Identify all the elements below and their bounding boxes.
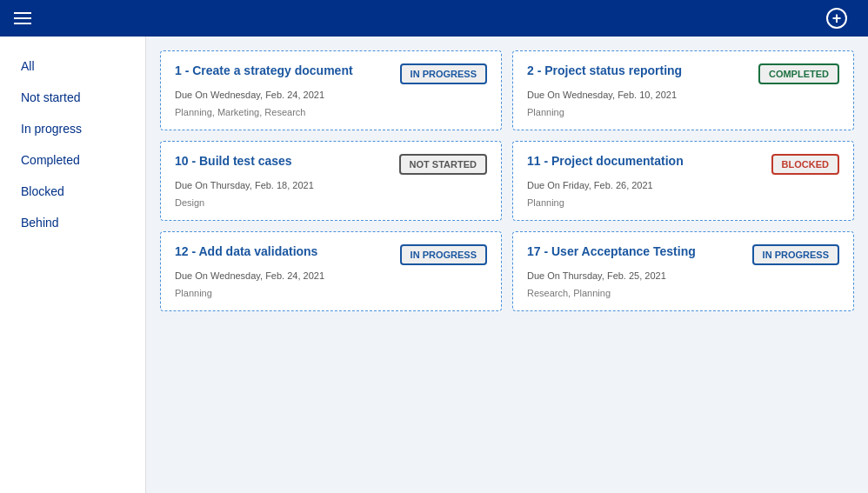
work-item-card: 11 - Project documentation BLOCKED Due O… [512, 141, 854, 221]
card-title: 1 - Create a strategy document [175, 63, 390, 77]
card-due-date: Due On Thursday, Feb. 25, 2021 [527, 270, 839, 281]
content-area: 1 - Create a strategy document IN PROGRE… [146, 37, 868, 493]
card-due-date: Due On Wednesday, Feb. 24, 2021 [175, 90, 487, 100]
work-item-card: 17 - User Acceptance Testing IN PROGRESS… [512, 231, 854, 311]
card-tags: Planning [175, 288, 487, 298]
card-top: 10 - Build test cases NOT STARTED [175, 154, 487, 175]
work-item-card: 12 - Add data validations IN PROGRESS Du… [160, 231, 502, 311]
sidebar-item-not-started[interactable]: Not started [0, 82, 145, 113]
sidebar-item-in-progress[interactable]: In progress [0, 113, 145, 144]
plus-icon: + [826, 8, 847, 29]
card-title: 12 - Add data validations [175, 244, 390, 258]
card-tags: Planning [527, 197, 839, 208]
main-layout: AllNot startedIn progressCompletedBlocke… [0, 37, 868, 493]
card-tags: Planning, Marketing, Research [175, 107, 487, 117]
card-due-date: Due On Thursday, Feb. 18, 2021 [175, 180, 487, 190]
sidebar-item-blocked[interactable]: Blocked [0, 176, 145, 207]
card-title: 11 - Project documentation [527, 154, 761, 168]
sidebar-item-behind[interactable]: Behind [0, 207, 145, 238]
work-item-card: 1 - Create a strategy document IN PROGRE… [160, 50, 502, 130]
status-badge[interactable]: BLOCKED [771, 154, 839, 175]
work-item-card: 10 - Build test cases NOT STARTED Due On… [160, 141, 502, 221]
status-badge[interactable]: IN PROGRESS [400, 244, 487, 265]
card-title: 17 - User Acceptance Testing [527, 244, 742, 258]
status-badge[interactable]: IN PROGRESS [400, 63, 487, 84]
status-badge[interactable]: IN PROGRESS [752, 244, 839, 265]
status-badge[interactable]: NOT STARTED [399, 154, 487, 175]
card-top: 2 - Project status reporting COMPLETED [527, 63, 839, 84]
card-tags: Planning [527, 107, 839, 117]
sidebar-item-completed[interactable]: Completed [0, 144, 145, 176]
card-title: 2 - Project status reporting [527, 63, 748, 77]
cards-grid: 1 - Create a strategy document IN PROGRE… [160, 50, 854, 311]
sidebar: AllNot startedIn progressCompletedBlocke… [0, 37, 146, 493]
create-work-item-button[interactable]: + [826, 8, 854, 29]
card-due-date: Due On Wednesday, Feb. 24, 2021 [175, 270, 487, 281]
header: + [0, 0, 868, 37]
card-tags: Research, Planning [527, 288, 839, 298]
hamburger-menu[interactable] [14, 12, 31, 24]
card-tags: Design [175, 197, 487, 208]
card-due-date: Due On Friday, Feb. 26, 2021 [527, 180, 839, 190]
sidebar-item-all[interactable]: All [0, 50, 145, 82]
card-top: 1 - Create a strategy document IN PROGRE… [175, 63, 487, 84]
card-top: 12 - Add data validations IN PROGRESS [175, 244, 487, 265]
card-top: 17 - User Acceptance Testing IN PROGRESS [527, 244, 839, 265]
status-badge[interactable]: COMPLETED [758, 63, 839, 84]
card-top: 11 - Project documentation BLOCKED [527, 154, 839, 175]
work-item-card: 2 - Project status reporting COMPLETED D… [512, 50, 854, 130]
card-title: 10 - Build test cases [175, 154, 389, 168]
card-due-date: Due On Wednesday, Feb. 10, 2021 [527, 90, 839, 100]
